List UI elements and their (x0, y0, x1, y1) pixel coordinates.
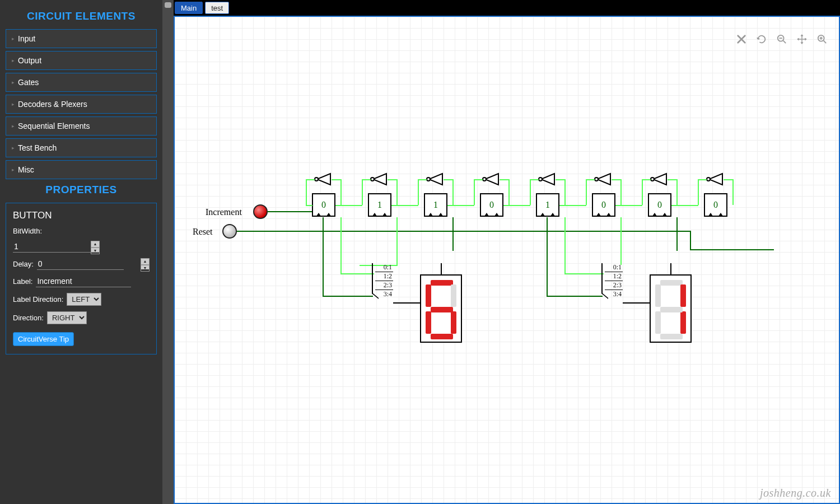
category-label: Gates (18, 78, 39, 87)
tab-bar: Main test (174, 0, 840, 16)
label-label: Label: (13, 277, 32, 286)
svg-point-9 (483, 178, 486, 181)
svg-point-7 (427, 178, 430, 181)
inverter-icon (539, 174, 556, 188)
splitter-row: 0:1 (375, 263, 393, 272)
category-label: Misc (18, 165, 34, 174)
flipflop-box[interactable]: 0 (592, 193, 615, 217)
svg-marker-14 (653, 174, 666, 185)
splitter-left: 0:1 1:2 2:3 3:4 (375, 263, 393, 299)
category-label: Input (18, 34, 35, 43)
category-gates[interactable]: ▸Gates (6, 73, 157, 92)
splitter-row: 3:4 (375, 290, 393, 299)
sidebar: CIRCUIT ELEMENTS ▸Input ▸Output ▸Gates ▸… (0, 0, 162, 504)
svg-marker-16 (709, 174, 722, 185)
seven-segment-right (650, 274, 692, 343)
svg-marker-4 (373, 174, 386, 185)
category-label: Sequential Elements (18, 122, 90, 130)
seven-segment-left (420, 274, 462, 343)
flipflop-box[interactable]: 0 (312, 193, 335, 217)
increment-label: Increment (206, 207, 242, 217)
svg-point-11 (539, 178, 542, 181)
bitwidth-input[interactable] (13, 241, 100, 253)
splitter-row: 3:4 (605, 290, 623, 299)
reset-label: Reset (193, 227, 213, 237)
category-decoders-plexers[interactable]: ▸Decoders & Plexers (6, 95, 157, 114)
splitter-row: 1:2 (605, 272, 623, 281)
flipflop-box[interactable]: 0 (704, 193, 727, 217)
svg-point-17 (707, 178, 710, 181)
circuit-canvas[interactable]: Increment Reset 0 (174, 16, 840, 504)
tab-test[interactable]: test (205, 2, 229, 14)
svg-point-5 (371, 178, 374, 181)
tab-label: Main (181, 4, 197, 12)
category-label: Decoders & Plexers (18, 100, 87, 109)
category-sequential[interactable]: ▸Sequential Elements (6, 116, 157, 136)
delay-spinner[interactable]: ▲▼ (141, 258, 150, 269)
reset-button[interactable] (222, 224, 237, 239)
flipflop-value: 0 (489, 200, 494, 210)
flipflop-box[interactable]: 1 (368, 193, 391, 217)
delay-label: Delay: (13, 260, 34, 268)
bitwidth-spinner[interactable]: ▲▼ (91, 241, 100, 252)
splitter-row: 0:1 (605, 263, 623, 272)
svg-marker-8 (485, 174, 498, 185)
svg-marker-10 (541, 174, 554, 185)
selected-component-name: BUTTON (13, 210, 150, 221)
category-label: Test Bench (18, 143, 57, 152)
flipflop-box[interactable]: 1 (536, 193, 559, 217)
bitwidth-label: BitWidth: (13, 227, 42, 235)
inverter-icon (371, 174, 388, 188)
flipflop-value: 1 (545, 200, 550, 210)
flipflop-value: 0 (713, 200, 718, 210)
flipflop-box[interactable]: 0 (648, 193, 671, 217)
svg-marker-12 (597, 174, 610, 185)
flipflop-value: 0 (601, 200, 606, 210)
tab-main[interactable]: Main (175, 2, 203, 14)
splitter-row: 2:3 (605, 281, 623, 290)
splitter-right: 0:1 1:2 2:3 3:4 (605, 263, 623, 299)
direction-select[interactable]: RIGHT (47, 311, 87, 324)
svg-point-15 (651, 178, 654, 181)
flipflop-value: 0 (321, 200, 326, 210)
inverter-icon (427, 174, 444, 188)
properties-panel: BUTTON BitWidth: ▲▼ Delay: ▲▼ Label: Lab… (6, 203, 157, 354)
svg-marker-6 (429, 174, 442, 185)
elements-panel-title: CIRCUIT ELEMENTS (6, 10, 157, 22)
category-output[interactable]: ▸Output (6, 51, 157, 70)
tab-label: test (211, 4, 223, 12)
main-area: Main test Increment (174, 0, 840, 504)
delay-input[interactable] (37, 258, 124, 270)
svg-point-13 (595, 178, 598, 181)
flipflop-value: 1 (433, 200, 438, 210)
flipflop-value: 1 (377, 200, 382, 210)
tip-button[interactable]: CircuitVerse Tip (13, 332, 74, 346)
inverter-icon (651, 174, 668, 188)
inverter-icon (595, 174, 612, 188)
flipflop-value: 0 (657, 200, 662, 210)
svg-point-3 (315, 178, 318, 181)
splitter-row: 2:3 (375, 281, 393, 290)
category-misc[interactable]: ▸Misc (6, 160, 157, 179)
label-input[interactable] (36, 276, 131, 287)
circuit-drawing: Increment Reset 0 (175, 17, 839, 503)
category-label: Output (18, 56, 41, 65)
watermark: joshheng.co.uk (760, 487, 831, 500)
svg-marker-2 (317, 174, 330, 185)
splitter-row: 1:2 (375, 272, 393, 281)
direction-label: Direction: (13, 314, 44, 322)
inverter-icon (707, 174, 724, 188)
properties-panel-title: PROPERTIES (6, 184, 157, 196)
inverter-icon (483, 174, 500, 188)
inverter-icon (315, 174, 332, 188)
flipflop-box[interactable]: 0 (480, 193, 503, 217)
increment-button[interactable] (253, 204, 268, 219)
labeldir-select[interactable]: LEFT (67, 293, 101, 306)
category-input[interactable]: ▸Input (6, 29, 157, 48)
category-test-bench[interactable]: ▸Test Bench (6, 138, 157, 157)
panel-drag-handle[interactable] (162, 0, 174, 504)
flipflop-box[interactable]: 1 (424, 193, 447, 217)
labeldir-label: Label Direction: (13, 295, 63, 304)
